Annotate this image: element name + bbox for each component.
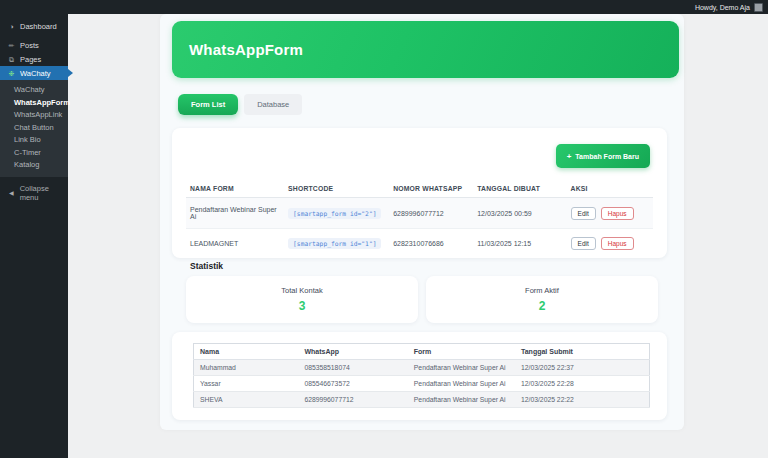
stat-value: 3	[299, 299, 306, 313]
stat-card-form-aktif: Form Aktif 2	[426, 276, 658, 323]
contact-whatsapp-cell: 085546673572	[298, 376, 407, 392]
contact-submit-date-cell: 12/03/2025 22:22	[515, 392, 650, 408]
submenu-item-c-timer[interactable]: C-Timer	[0, 147, 68, 160]
contact-form-cell: Pendaftaran Webinar Super Ai	[408, 392, 515, 408]
edit-button[interactable]: Edit	[571, 237, 596, 250]
submenu-item-katalog[interactable]: Katalog	[0, 159, 68, 172]
form-name-cell: LEADMAGNET	[186, 229, 284, 259]
plus-icon: +	[567, 152, 572, 161]
column-header-nama: Nama	[194, 344, 299, 360]
sidebar-item-label: WaChaty	[20, 69, 51, 78]
table-row: LEADMAGNET [smartapp_form id="1"] 628231…	[186, 229, 653, 259]
avatar[interactable]	[754, 3, 763, 12]
admin-bar: Howdy, Demo Aja	[0, 0, 768, 14]
delete-button[interactable]: Hapus	[601, 207, 634, 220]
created-date-cell: 12/03/2025 00:59	[473, 198, 566, 229]
statistik-heading: Statistik	[190, 261, 223, 271]
tab-form-list[interactable]: Form List	[178, 94, 238, 115]
column-header-aksi: Aksi	[567, 180, 653, 198]
page-header-banner: WhatsAppForm	[172, 21, 679, 78]
sidebar-item-label: Dashboard	[20, 22, 57, 31]
sidebar-item-label: Posts	[20, 41, 39, 50]
table-row: Yassar 085546673572 Pendaftaran Webinar …	[194, 376, 650, 392]
howdy-account-link[interactable]: Howdy, Demo Aja	[695, 4, 750, 11]
whatsapp-number-cell: 6282310076686	[389, 229, 473, 259]
collapse-arrow-icon: ◀	[7, 190, 16, 196]
table-row: SHEVA 6289996077712 Pendaftaran Webinar …	[194, 392, 650, 408]
contact-form-cell: Pendaftaran Webinar Super Ai	[408, 376, 515, 392]
stat-label: Total Kontak	[281, 286, 322, 295]
admin-sidebar: ◑ Dashboard ✏ Posts ⧉ Pages ❉ WaChaty Wa…	[0, 14, 68, 458]
contact-name-cell: Yassar	[194, 376, 299, 392]
stat-card-total-kontak: Total Kontak 3	[186, 276, 418, 323]
active-menu-arrow	[68, 69, 73, 77]
sidebar-item-wachaty[interactable]: ❉ WaChaty	[0, 66, 68, 80]
sidebar-item-label: Pages	[20, 55, 41, 64]
form-list-card: + Tambah Form Baru Nama Form Shortcode N…	[172, 128, 667, 258]
table-row: Muhammad 085358518074 Pendaftaran Webina…	[194, 360, 650, 376]
shortcode-chip[interactable]: [smartapp_form id="2"]	[288, 208, 381, 219]
wachaty-plugin-icon: ❉	[7, 70, 16, 77]
submenu-item-wachaty[interactable]: WaChaty	[0, 84, 68, 97]
add-form-button-label: Tambah Form Baru	[575, 153, 639, 160]
whatsapp-number-cell: 6289996077712	[389, 198, 473, 229]
contact-name-cell: Muhammad	[194, 360, 299, 376]
submenu-item-chat-button[interactable]: Chat Button	[0, 122, 68, 135]
sidebar-item-posts[interactable]: ✏ Posts	[0, 38, 68, 52]
tab-bar: Form List Database	[178, 94, 302, 115]
stat-label: Form Aktif	[525, 286, 559, 295]
form-name-cell: Pendaftaran Webinar Super Ai	[186, 198, 284, 229]
add-form-button[interactable]: + Tambah Form Baru	[556, 144, 650, 168]
submenu-item-link-bio[interactable]: Link Bio	[0, 134, 68, 147]
sidebar-item-pages[interactable]: ⧉ Pages	[0, 52, 68, 66]
delete-button[interactable]: Hapus	[601, 237, 634, 250]
column-header-whatsapp: WhatsApp	[298, 344, 407, 360]
stat-value: 2	[539, 299, 546, 313]
collapse-menu-label: Collapse menu	[20, 184, 68, 202]
contact-name-cell: SHEVA	[194, 392, 299, 408]
contact-form-cell: Pendaftaran Webinar Super Ai	[408, 360, 515, 376]
column-header-nama-form: Nama Form	[186, 180, 284, 198]
wachaty-submenu: WaChaty WhatsAppForm WhatsAppLink Chat B…	[0, 80, 68, 177]
shortcode-chip[interactable]: [smartapp_form id="1"]	[288, 238, 381, 249]
column-header-form: Form	[408, 344, 515, 360]
pages-icon: ⧉	[7, 56, 16, 63]
sidebar-item-dashboard[interactable]: ◑ Dashboard	[0, 19, 68, 33]
edit-button[interactable]: Edit	[571, 207, 596, 220]
pushpin-icon: ✏	[7, 42, 16, 49]
forms-table: Nama Form Shortcode Nomor WhatsApp Tangg…	[186, 180, 653, 259]
contacts-table-header-row: Nama WhatsApp Form Tanggal Submit	[194, 344, 650, 360]
contact-whatsapp-cell: 6289996077712	[298, 392, 407, 408]
created-date-cell: 11/03/2025 12:15	[473, 229, 566, 259]
contact-whatsapp-cell: 085358518074	[298, 360, 407, 376]
table-row: Pendaftaran Webinar Super Ai [smartapp_f…	[186, 198, 653, 229]
dashboard-icon: ◑	[7, 23, 16, 30]
column-header-shortcode: Shortcode	[284, 180, 389, 198]
tab-database[interactable]: Database	[244, 94, 302, 115]
contact-submit-date-cell: 12/03/2025 22:28	[515, 376, 650, 392]
contact-submit-date-cell: 12/03/2025 22:37	[515, 360, 650, 376]
column-header-tanggal-submit: Tanggal Submit	[515, 344, 650, 360]
submenu-item-whatsappform[interactable]: WhatsAppForm	[0, 97, 68, 110]
submenu-item-whatsapplink[interactable]: WhatsAppLink	[0, 109, 68, 122]
page-title: WhatsAppForm	[189, 41, 303, 58]
contacts-card: Nama WhatsApp Form Tanggal Submit Muhamm…	[172, 332, 667, 420]
forms-table-header-row: Nama Form Shortcode Nomor WhatsApp Tangg…	[186, 180, 653, 198]
collapse-menu-button[interactable]: ◀ Collapse menu	[0, 186, 68, 200]
content-wrapper: WhatsAppForm Form List Database + Tambah…	[160, 14, 684, 430]
column-header-nomor-whatsapp: Nomor WhatsApp	[389, 180, 473, 198]
contacts-table: Nama WhatsApp Form Tanggal Submit Muhamm…	[193, 343, 650, 408]
column-header-tanggal-dibuat: Tanggal Dibuat	[473, 180, 566, 198]
